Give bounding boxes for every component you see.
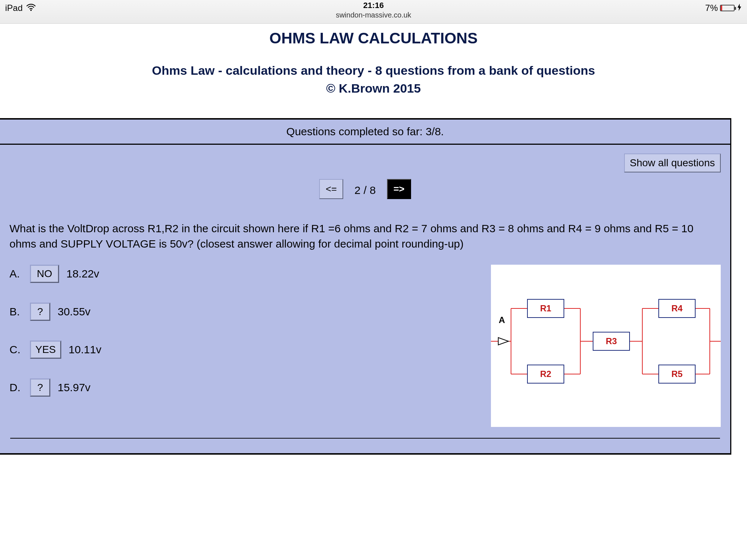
answer-value: 18.22v [66,268,99,280]
answer-letter: D. [9,381,23,394]
diagram-label-r1: R1 [540,303,551,313]
answer-row-c: C. YES 10.11v [9,341,476,359]
answer-row-a: A. NO 18.22v [9,265,476,283]
diagram-label-a: A [499,315,505,325]
next-button[interactable]: => [387,179,411,199]
subtitle-line2: © K.Brown 2015 [326,81,421,95]
progress-text: Questions completed so far: 3/8. [286,125,444,137]
ios-statusbar: iPad 21:16 swindon-massive.co.uk 7% [0,0,747,24]
answer-letter: A. [9,268,23,280]
diagram-label-r3: R3 [606,336,617,346]
answer-letter: C. [9,343,23,356]
device-label: iPad [5,3,23,13]
battery-icon [720,5,735,11]
answer-state-button-b[interactable]: ? [30,303,50,321]
answers-list: A. NO 18.22v B. ? 30.55v C. YES 10.11v [9,265,476,416]
page-subtitle: Ohms Law - calculations and theory - 8 q… [0,62,747,98]
answer-value: 30.55v [58,306,90,318]
quiz-container: Questions completed so far: 3/8. Show al… [0,118,731,455]
svg-point-0 [30,9,32,11]
wifi-icon [26,3,36,13]
charging-icon [737,3,742,13]
answer-value: 15.97v [58,381,90,394]
statusbar-time: 21:16 [336,1,411,10]
answer-state-button-c[interactable]: YES [30,341,61,359]
diagram-label-r5: R5 [671,369,683,379]
battery-percent: 7% [705,3,718,13]
circuit-diagram: A R1 R2 R3 R4 R5 [491,265,721,427]
prev-button[interactable]: <= [319,179,343,199]
question-counter: 2 / 8 [355,184,376,197]
answer-letter: B. [9,306,23,318]
answer-value: 10.11v [69,343,101,356]
progress-banner: Questions completed so far: 3/8. [0,120,730,145]
answer-state-button-a[interactable]: NO [30,265,59,283]
question-nav: <= 2 / 8 => [9,179,721,199]
divider [10,438,720,439]
subtitle-line1: Ohms Law - calculations and theory - 8 q… [152,63,595,77]
answer-state-button-d[interactable]: ? [30,378,50,397]
answer-row-d: D. ? 15.97v [9,378,476,397]
diagram-label-r2: R2 [540,369,551,379]
diagram-label-r4: R4 [671,303,683,313]
quiz-body: Show all questions <= 2 / 8 => What is t… [0,145,730,453]
statusbar-domain: swindon-massive.co.uk [336,11,411,19]
show-all-button[interactable]: Show all questions [624,153,721,172]
question-text: What is the VoltDrop across R1,R2 in the… [9,221,721,252]
page-title: OHMS LAW CALCULATIONS [0,30,747,47]
answer-row-b: B. ? 30.55v [9,303,476,321]
